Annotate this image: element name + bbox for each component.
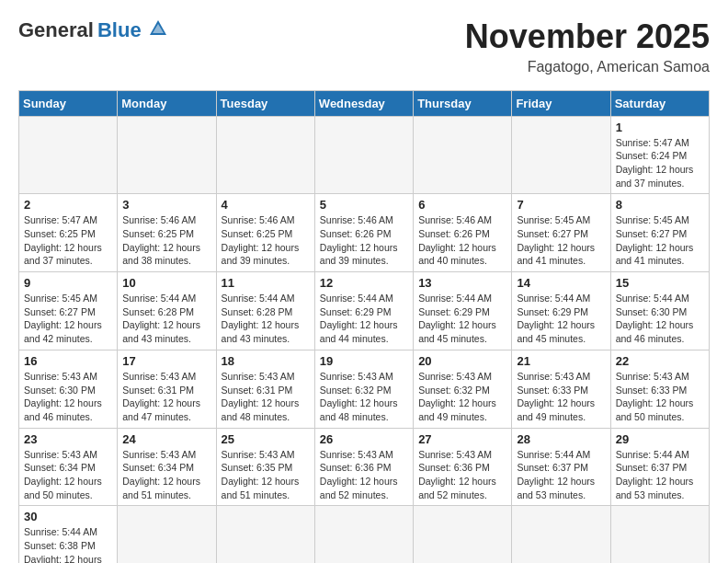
day-cell <box>610 506 709 563</box>
day-number: 25 <box>222 432 310 446</box>
day-cell: 8Sunrise: 5:45 AM Sunset: 6:27 PM Daylig… <box>610 194 709 272</box>
day-number: 15 <box>616 276 704 290</box>
week-row-4: 23Sunrise: 5:43 AM Sunset: 6:34 PM Dayli… <box>19 428 710 506</box>
day-info: Sunrise: 5:43 AM Sunset: 6:36 PM Dayligh… <box>418 448 506 502</box>
day-number: 10 <box>122 276 210 290</box>
day-number: 11 <box>222 276 310 290</box>
header-row: SundayMondayTuesdayWednesdayThursdayFrid… <box>19 90 710 116</box>
day-cell: 11Sunrise: 5:44 AM Sunset: 6:28 PM Dayli… <box>216 272 314 350</box>
day-cell: 25Sunrise: 5:43 AM Sunset: 6:35 PM Dayli… <box>216 428 314 506</box>
day-cell: 27Sunrise: 5:43 AM Sunset: 6:36 PM Dayli… <box>414 428 512 506</box>
day-cell: 3Sunrise: 5:46 AM Sunset: 6:25 PM Daylig… <box>118 194 216 272</box>
calendar-table: SundayMondayTuesdayWednesdayThursdayFrid… <box>18 90 710 563</box>
day-number: 4 <box>222 198 310 212</box>
day-number: 27 <box>418 432 506 446</box>
day-number: 6 <box>418 198 506 212</box>
day-cell: 12Sunrise: 5:44 AM Sunset: 6:29 PM Dayli… <box>314 272 413 350</box>
day-number: 29 <box>616 432 704 446</box>
day-info: Sunrise: 5:45 AM Sunset: 6:27 PM Dayligh… <box>24 292 112 346</box>
day-cell: 18Sunrise: 5:43 AM Sunset: 6:31 PM Dayli… <box>216 350 314 428</box>
location-title: Fagatogo, American Samoa <box>465 59 710 75</box>
day-number: 26 <box>320 432 408 446</box>
day-cell: 6Sunrise: 5:46 AM Sunset: 6:26 PM Daylig… <box>414 194 512 272</box>
day-number: 17 <box>122 354 210 368</box>
day-number: 21 <box>517 354 605 368</box>
day-number: 3 <box>122 198 210 212</box>
day-number: 28 <box>517 432 605 446</box>
day-header-sunday: Sunday <box>19 90 118 116</box>
day-number: 22 <box>616 354 704 368</box>
day-info: Sunrise: 5:44 AM Sunset: 6:37 PM Dayligh… <box>616 448 704 502</box>
day-info: Sunrise: 5:47 AM Sunset: 6:24 PM Dayligh… <box>616 136 704 190</box>
day-info: Sunrise: 5:43 AM Sunset: 6:34 PM Dayligh… <box>122 448 210 502</box>
day-info: Sunrise: 5:45 AM Sunset: 6:27 PM Dayligh… <box>517 213 605 268</box>
day-number: 1 <box>616 121 704 134</box>
day-info: Sunrise: 5:44 AM Sunset: 6:28 PM Dayligh… <box>122 292 210 346</box>
day-header-saturday: Saturday <box>610 90 709 116</box>
day-cell <box>118 116 216 194</box>
day-cell: 21Sunrise: 5:43 AM Sunset: 6:33 PM Dayli… <box>512 350 610 428</box>
day-number: 24 <box>122 432 210 446</box>
day-info: Sunrise: 5:43 AM Sunset: 6:31 PM Dayligh… <box>122 370 210 424</box>
day-cell <box>314 116 413 194</box>
logo-area: General Blue <box>18 18 168 42</box>
day-info: Sunrise: 5:44 AM Sunset: 6:29 PM Dayligh… <box>320 292 408 346</box>
day-info: Sunrise: 5:46 AM Sunset: 6:25 PM Dayligh… <box>222 213 310 268</box>
day-info: Sunrise: 5:43 AM Sunset: 6:30 PM Dayligh… <box>24 370 112 424</box>
week-row-5: 30Sunrise: 5:44 AM Sunset: 6:38 PM Dayli… <box>19 506 710 563</box>
day-cell: 26Sunrise: 5:43 AM Sunset: 6:36 PM Dayli… <box>314 428 413 506</box>
day-info: Sunrise: 5:43 AM Sunset: 6:36 PM Dayligh… <box>320 448 408 502</box>
day-number: 13 <box>418 276 506 290</box>
day-number: 12 <box>320 276 408 290</box>
day-cell: 13Sunrise: 5:44 AM Sunset: 6:29 PM Dayli… <box>414 272 512 350</box>
day-cell <box>414 116 512 194</box>
day-cell: 17Sunrise: 5:43 AM Sunset: 6:31 PM Dayli… <box>118 350 216 428</box>
day-number: 23 <box>24 432 112 446</box>
day-cell: 1Sunrise: 5:47 AM Sunset: 6:24 PM Daylig… <box>610 116 709 194</box>
day-info: Sunrise: 5:43 AM Sunset: 6:34 PM Dayligh… <box>24 448 112 502</box>
day-cell: 10Sunrise: 5:44 AM Sunset: 6:28 PM Dayli… <box>118 272 216 350</box>
day-number: 14 <box>517 276 605 290</box>
day-info: Sunrise: 5:44 AM Sunset: 6:29 PM Dayligh… <box>418 292 506 346</box>
day-number: 16 <box>24 354 112 368</box>
day-info: Sunrise: 5:43 AM Sunset: 6:35 PM Dayligh… <box>222 448 310 502</box>
day-cell <box>512 506 610 563</box>
day-cell: 22Sunrise: 5:43 AM Sunset: 6:33 PM Dayli… <box>610 350 709 428</box>
day-cell <box>216 506 314 563</box>
page-header: General Blue November 2025 Fagatogo, Ame… <box>18 18 710 75</box>
day-number: 8 <box>616 198 704 212</box>
day-header-tuesday: Tuesday <box>216 90 314 116</box>
day-number: 20 <box>418 354 506 368</box>
day-info: Sunrise: 5:46 AM Sunset: 6:26 PM Dayligh… <box>320 213 408 268</box>
week-row-2: 9Sunrise: 5:45 AM Sunset: 6:27 PM Daylig… <box>19 272 710 350</box>
day-cell: 19Sunrise: 5:43 AM Sunset: 6:32 PM Dayli… <box>314 350 413 428</box>
logo-general: General <box>18 18 94 42</box>
day-info: Sunrise: 5:44 AM Sunset: 6:37 PM Dayligh… <box>517 448 605 502</box>
day-cell <box>216 116 314 194</box>
day-number: 19 <box>320 354 408 368</box>
week-row-0: 1Sunrise: 5:47 AM Sunset: 6:24 PM Daylig… <box>19 116 710 194</box>
day-cell <box>414 506 512 563</box>
day-info: Sunrise: 5:46 AM Sunset: 6:26 PM Dayligh… <box>418 213 506 268</box>
day-cell: 7Sunrise: 5:45 AM Sunset: 6:27 PM Daylig… <box>512 194 610 272</box>
day-number: 9 <box>24 276 112 290</box>
day-info: Sunrise: 5:46 AM Sunset: 6:25 PM Dayligh… <box>122 213 210 268</box>
day-cell: 24Sunrise: 5:43 AM Sunset: 6:34 PM Dayli… <box>118 428 216 506</box>
logo-icon <box>148 18 168 39</box>
day-cell <box>118 506 216 563</box>
month-title: November 2025 <box>465 18 710 55</box>
day-cell: 30Sunrise: 5:44 AM Sunset: 6:38 PM Dayli… <box>19 506 118 563</box>
day-number: 2 <box>24 198 112 212</box>
day-info: Sunrise: 5:44 AM Sunset: 6:30 PM Dayligh… <box>616 292 704 346</box>
day-number: 30 <box>24 510 112 523</box>
logo: General Blue <box>18 18 168 42</box>
day-cell: 28Sunrise: 5:44 AM Sunset: 6:37 PM Dayli… <box>512 428 610 506</box>
day-header-friday: Friday <box>512 90 610 116</box>
day-cell <box>512 116 610 194</box>
day-header-monday: Monday <box>118 90 216 116</box>
day-header-thursday: Thursday <box>414 90 512 116</box>
day-cell: 9Sunrise: 5:45 AM Sunset: 6:27 PM Daylig… <box>19 272 118 350</box>
calendar-header: SundayMondayTuesdayWednesdayThursdayFrid… <box>19 90 710 116</box>
day-info: Sunrise: 5:43 AM Sunset: 6:31 PM Dayligh… <box>222 370 310 424</box>
day-cell: 15Sunrise: 5:44 AM Sunset: 6:30 PM Dayli… <box>610 272 709 350</box>
